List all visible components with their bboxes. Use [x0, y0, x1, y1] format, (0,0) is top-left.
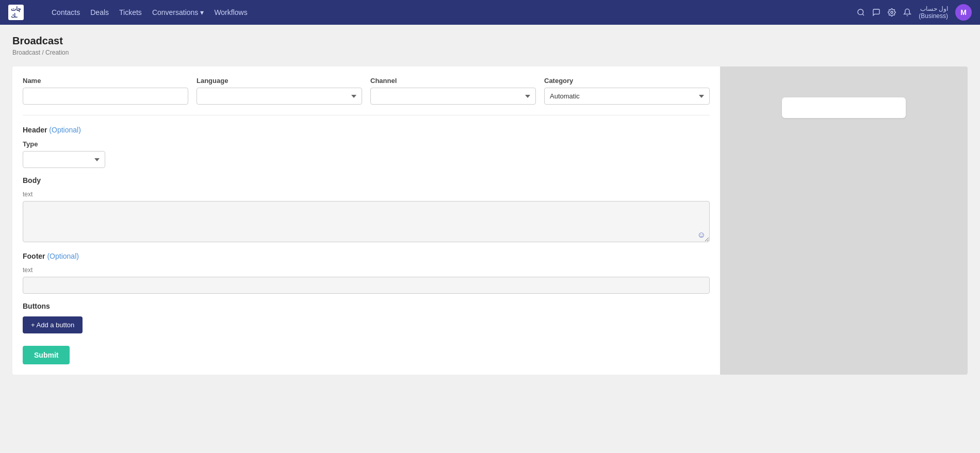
- bell-icon[interactable]: [903, 8, 911, 16]
- chat-icon[interactable]: [872, 8, 880, 16]
- nav-links: Contacts Deals Tickets Conversations ▾ W…: [52, 6, 844, 19]
- buttons-section: Buttons + Add a button: [23, 302, 710, 333]
- footer-input[interactable]: [23, 277, 710, 294]
- type-select[interactable]: [23, 151, 105, 168]
- top-row: Name Language Channel Category: [23, 77, 710, 115]
- form-panel: Name Language Channel Category: [12, 66, 720, 375]
- footer-text-label: text: [23, 266, 710, 274]
- avatar[interactable]: M: [955, 4, 972, 21]
- name-field-group: Name: [23, 77, 188, 105]
- category-field-group: Category Automatic: [544, 77, 710, 105]
- breadcrumb-root[interactable]: Broadcast: [12, 49, 40, 56]
- breadcrumb-separator: /: [42, 49, 43, 56]
- header-section-title: Header (Optional): [23, 126, 710, 134]
- chevron-down-icon: ▾: [200, 8, 204, 16]
- user-info: اول حساب (Business): [919, 5, 948, 20]
- nav-conversations[interactable]: Conversations ▾: [152, 6, 204, 19]
- nav-workflows[interactable]: Workflows: [214, 6, 247, 19]
- nav-tickets[interactable]: Tickets: [119, 6, 142, 19]
- add-button-btn[interactable]: + Add a button: [23, 316, 83, 333]
- body-section: Body text ☺: [23, 176, 710, 244]
- channel-select[interactable]: [370, 88, 536, 105]
- language-field-group: Language: [197, 77, 362, 105]
- buttons-section-title: Buttons: [23, 302, 710, 310]
- page-title: Broadcast: [12, 35, 968, 47]
- logo-box: چات ـك: [8, 5, 24, 20]
- navbar: چات ـك Contacts Deals Tickets Conversati…: [0, 0, 980, 25]
- breadcrumb-current: Creation: [45, 49, 69, 56]
- preview-panel: [720, 66, 968, 375]
- name-label: Name: [23, 77, 188, 85]
- channel-label: Channel: [370, 77, 536, 85]
- svg-point-0: [858, 9, 863, 15]
- settings-icon[interactable]: [888, 8, 896, 16]
- page: Broadcast Broadcast / Creation Name Lang…: [0, 25, 980, 385]
- category-label: Category: [544, 77, 710, 85]
- emoji-icon[interactable]: ☺: [697, 230, 706, 240]
- type-field-group: Type: [23, 140, 105, 168]
- user-text: اول حساب (Business): [919, 5, 948, 20]
- svg-line-1: [862, 14, 864, 15]
- type-label: Type: [23, 140, 105, 148]
- footer-field-group: [23, 277, 710, 294]
- category-select[interactable]: Automatic: [544, 88, 710, 105]
- channel-field-group: Channel: [370, 77, 536, 105]
- search-icon[interactable]: [857, 8, 865, 16]
- body-textarea-wrapper: ☺: [23, 201, 710, 244]
- nav-contacts[interactable]: Contacts: [52, 6, 80, 19]
- name-input[interactable]: [23, 88, 188, 105]
- language-select[interactable]: [197, 88, 362, 105]
- breadcrumb: Broadcast / Creation: [12, 49, 968, 56]
- body-text-label: text: [23, 191, 710, 198]
- header-section: Header (Optional) Type: [23, 126, 710, 168]
- submit-button[interactable]: Submit: [23, 346, 70, 364]
- logo: چات ـك: [8, 5, 39, 20]
- footer-section: Footer (Optional) text: [23, 252, 710, 294]
- body-section-title: Body: [23, 176, 710, 184]
- preview-message-box: [782, 97, 906, 118]
- body-textarea[interactable]: [23, 201, 710, 242]
- language-label: Language: [197, 77, 362, 85]
- header-optional: (Optional): [49, 126, 80, 134]
- footer-optional: (Optional): [47, 252, 78, 260]
- footer-section-title: Footer (Optional): [23, 252, 710, 260]
- nav-right: اول حساب (Business) M: [857, 4, 972, 21]
- svg-point-2: [891, 11, 893, 13]
- nav-deals[interactable]: Deals: [90, 6, 109, 19]
- content-area: Name Language Channel Category: [12, 66, 968, 375]
